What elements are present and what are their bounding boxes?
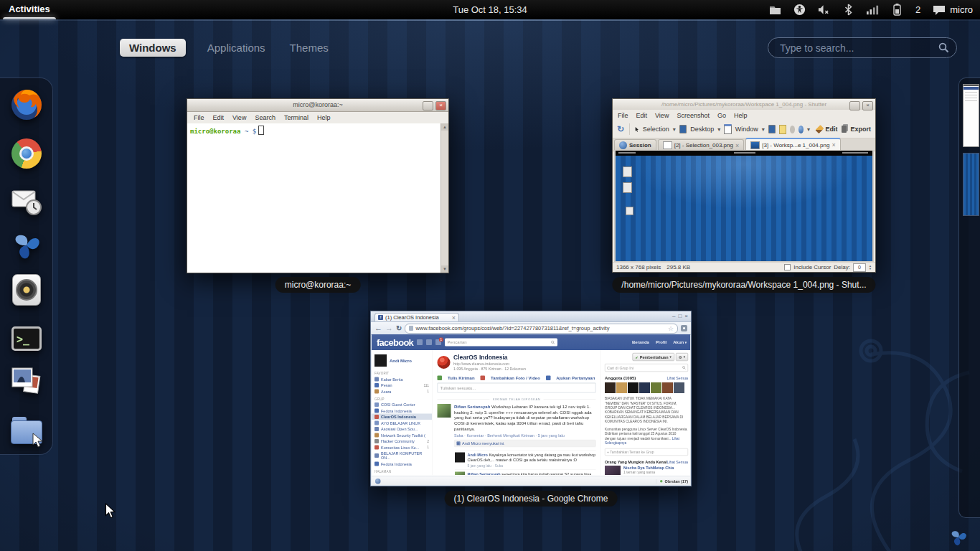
- tab-title: (1) ClearOS Indonesia: [385, 314, 450, 321]
- activities-button[interactable]: Activities: [0, 0, 59, 19]
- overview-mode-tabs: Windows Applications Themes: [120, 39, 331, 57]
- workspace-2-thumbnail[interactable]: [963, 153, 979, 216]
- export-button: Export: [850, 126, 871, 133]
- tab-themes[interactable]: Themes: [287, 39, 331, 57]
- include-cursor-checkbox: [784, 264, 791, 270]
- image-filesize: 295.8 KB: [666, 264, 690, 270]
- overview-search[interactable]: [768, 37, 957, 58]
- globe-icon: [375, 479, 381, 484]
- group-item: Asosiasi Open Sou...: [372, 426, 432, 433]
- menu-edit: Edit: [213, 114, 225, 121]
- prompt-symbol: $: [253, 128, 256, 135]
- terminal-cursor: [258, 126, 264, 135]
- terminal-prompt: micro@kororaa ~ $: [187, 123, 441, 273]
- facebook-main-column: ClearOS Indonesia http://www.clearos-ind…: [432, 350, 601, 475]
- tab-applications[interactable]: Applications: [204, 39, 268, 57]
- username: micro: [950, 4, 973, 15]
- menu-help: Help: [734, 112, 748, 119]
- minimize-icon: [849, 101, 860, 110]
- section-grup: GRUP: [372, 395, 432, 402]
- tooltip-icon: [779, 125, 786, 134]
- feed-divider: KIRIMAN TELAH DIPOSKAN: [438, 397, 596, 401]
- close-icon: ×: [862, 101, 873, 110]
- accessibility-icon[interactable]: [793, 4, 806, 16]
- dock-chrome-icon[interactable]: [9, 136, 44, 171]
- write-post: Tulis Kiriman: [448, 375, 475, 380]
- menu-search: Search: [255, 114, 275, 121]
- clock[interactable]: Tue Oct 18, 15:34: [453, 4, 527, 15]
- mouse-cursor: [105, 503, 117, 522]
- close-icon: [735, 142, 739, 149]
- dock-firefox-icon[interactable]: [9, 88, 44, 122]
- shutter-window-thumbnail[interactable]: /home/micro/Pictures/mykororaa/Workspace…: [612, 98, 876, 273]
- workspace-1-thumbnail[interactable]: [963, 84, 979, 147]
- dock-terminal-icon[interactable]: >_: [9, 321, 44, 356]
- nav-home: Beranda: [632, 340, 649, 345]
- shutter-window-label: /home/micro/Pictures/mykororaa/Workspace…: [612, 277, 875, 293]
- address-bar: www.facebook.com/groups/cosi/web/?id=227…: [405, 324, 678, 334]
- avatar: [374, 354, 387, 367]
- browser-tab: f (1) ClearOS Indonesia: [374, 313, 459, 321]
- battery-icon[interactable]: [891, 4, 903, 16]
- terminal-title: micro@kororaa:~: [293, 101, 342, 108]
- members-title: Anggota (1095): [605, 376, 636, 381]
- menu-terminal: Terminal: [284, 114, 308, 121]
- facebook-logo: facebook: [377, 336, 413, 348]
- tab-thumbnail: [663, 141, 672, 149]
- ask-question-icon: [546, 375, 551, 380]
- tab-workspace-004: [3] - Worksp...e 1_004.png: [745, 138, 840, 151]
- shutter-titlebar: /home/micro/Pictures/mykororaa/Workspace…: [613, 99, 875, 110]
- search-icon: [682, 366, 686, 369]
- facebook-header: facebook 1 Pencarian Beranda Profil Akun: [372, 334, 690, 350]
- notifications-icon: 1: [435, 339, 441, 345]
- notification-count[interactable]: 2: [915, 4, 920, 15]
- avatar: [455, 471, 465, 475]
- desktop-icon: [679, 125, 687, 133]
- add-member-input: + Tambahkan Teman ke Grup: [605, 448, 688, 456]
- window-button: Window: [735, 126, 758, 133]
- chrome-toolbar: www.facebook.com/groups/cosi/web/?id=227…: [371, 322, 691, 335]
- group-item: Komunitas Linux Ke...1: [372, 444, 432, 451]
- nav-pesan: Pesan111: [372, 382, 432, 389]
- terminal-window-thumbnail[interactable]: micro@kororaa:~ × File Edit View Search …: [187, 98, 449, 273]
- ask-question: Ajukan Pertanyaan: [556, 375, 595, 380]
- screenshot-preview: [616, 151, 872, 261]
- kororaa-swirl-logo: [948, 527, 969, 550]
- section-favorit: FAVORIT: [372, 369, 432, 376]
- post-composer-tabs: Tulis Kiriman Tambahkan Foto / Video Aju…: [438, 375, 596, 380]
- dock-photos-icon[interactable]: [9, 364, 44, 399]
- disabled-icon: [790, 126, 795, 133]
- network-signal-icon[interactable]: [867, 4, 879, 16]
- dock-files-icon[interactable]: [9, 415, 44, 449]
- tab-windows[interactable]: Windows: [120, 39, 186, 57]
- edit-icon: [815, 125, 824, 133]
- group-stats: 1.095 Anggota · 875 Kiriman · 12 Dokumen: [453, 367, 526, 371]
- dock-shutter-icon[interactable]: [9, 228, 44, 263]
- nav-account: Akun: [673, 340, 684, 345]
- user-menu[interactable]: micro: [933, 4, 973, 15]
- chat-icon: [933, 5, 946, 15]
- search-icon: [551, 340, 555, 344]
- group-item: AYO BELAJAR LINUX: [372, 420, 432, 426]
- delay-label: Delay:: [834, 264, 850, 270]
- facebook-favicon: f: [378, 315, 383, 320]
- member-avatars: [605, 382, 688, 393]
- group-item: BELAJAR KOMPUTER ON...: [372, 451, 432, 461]
- feed-post: Rifian Seriansyah Workshop Lebaran IP ka…: [438, 404, 596, 475]
- facebook-page: facebook 1 Pencarian Beranda Profil Akun: [372, 334, 690, 485]
- tab-selection-003: [2] - Selection_003.png: [658, 139, 745, 151]
- terminal-titlebar: micro@kororaa:~ ×: [187, 99, 448, 112]
- facebook-left-nav: Andi Micro FAVORIT Kabar Berita Pesan111…: [372, 350, 432, 475]
- volume-muted-icon[interactable]: [818, 4, 830, 16]
- bluetooth-icon[interactable]: [842, 4, 854, 16]
- search-input[interactable]: [778, 42, 938, 55]
- notifications-button: Pemberitahuan: [633, 353, 674, 361]
- dock-evolution-icon[interactable]: [9, 184, 44, 218]
- group-item: COSI Guest Center: [372, 402, 432, 408]
- nav-kabar-berita: Kabar Berita: [372, 376, 432, 382]
- dock-music-player-icon[interactable]: [9, 273, 44, 307]
- avatar: [438, 404, 451, 418]
- files-icon[interactable]: [769, 4, 781, 16]
- chrome-window-thumbnail[interactable]: f (1) ClearOS Indonesia –□× www.facebook…: [370, 311, 692, 486]
- close-tab-icon: [452, 314, 456, 321]
